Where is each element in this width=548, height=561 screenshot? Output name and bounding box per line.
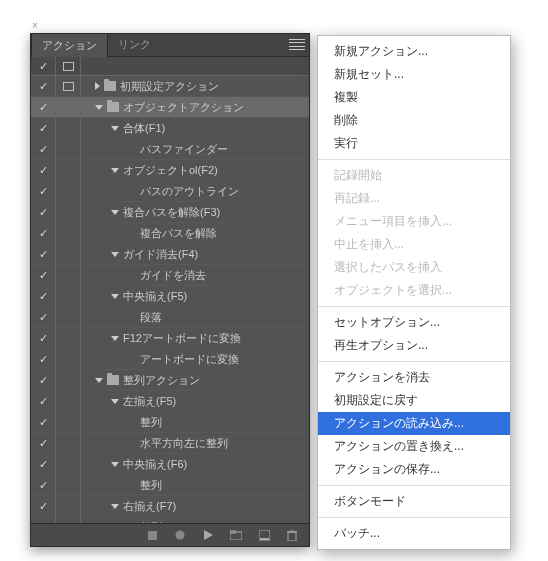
new-action-icon[interactable]: [257, 528, 271, 542]
menu-item[interactable]: 削除: [318, 109, 510, 132]
dialog-toggle[interactable]: [56, 118, 81, 138]
toggle-checkbox[interactable]: ✓: [31, 160, 56, 180]
tree-row[interactable]: ✓パスファインダー: [31, 139, 309, 160]
toggle-checkbox[interactable]: ✓: [31, 391, 56, 411]
tab-links[interactable]: リンク: [108, 33, 161, 56]
dialog-toggle[interactable]: [56, 433, 81, 453]
tree-row[interactable]: ✓整列アクション: [31, 370, 309, 391]
tree-row[interactable]: ✓ガイドを消去: [31, 265, 309, 286]
dialog-toggle[interactable]: [56, 76, 81, 96]
disclosure-triangle-icon[interactable]: [111, 504, 119, 509]
header-dialog-col[interactable]: [56, 57, 81, 75]
dialog-toggle[interactable]: [56, 496, 81, 516]
toggle-checkbox[interactable]: ✓: [31, 433, 56, 453]
tree-row[interactable]: ✓段落: [31, 307, 309, 328]
dialog-toggle[interactable]: [56, 307, 81, 327]
toggle-checkbox[interactable]: ✓: [31, 223, 56, 243]
tree-row[interactable]: ✓水平方向左に整列: [31, 433, 309, 454]
toggle-checkbox[interactable]: ✓: [31, 202, 56, 222]
panel-close[interactable]: ×: [32, 20, 38, 31]
toggle-checkbox[interactable]: ✓: [31, 265, 56, 285]
menu-item[interactable]: アクションの保存...: [318, 458, 510, 481]
tree-row[interactable]: ✓初期設定アクション: [31, 76, 309, 97]
panel-menu-icon[interactable]: [289, 38, 305, 51]
toggle-checkbox[interactable]: ✓: [31, 349, 56, 369]
disclosure-triangle-icon[interactable]: [95, 378, 103, 383]
header-toggle-col[interactable]: ✓: [31, 57, 56, 75]
disclosure-triangle-icon[interactable]: [95, 105, 103, 110]
new-set-icon[interactable]: [229, 528, 243, 542]
dialog-toggle[interactable]: [56, 160, 81, 180]
dialog-toggle[interactable]: [56, 202, 81, 222]
dialog-toggle[interactable]: [56, 97, 81, 117]
dialog-toggle[interactable]: [56, 370, 81, 390]
disclosure-triangle-icon[interactable]: [95, 82, 100, 90]
action-tree[interactable]: ✓初期設定アクション✓オブジェクトアクション✓合体(F1)✓パスファインダー✓オ…: [31, 76, 309, 526]
dialog-toggle[interactable]: [56, 181, 81, 201]
menu-item[interactable]: 新規アクション...: [318, 40, 510, 63]
disclosure-triangle-icon[interactable]: [111, 336, 119, 341]
dialog-toggle[interactable]: [56, 223, 81, 243]
disclosure-triangle-icon[interactable]: [111, 399, 119, 404]
toggle-checkbox[interactable]: ✓: [31, 76, 56, 96]
menu-item[interactable]: アクションの置き換え...: [318, 435, 510, 458]
dialog-toggle[interactable]: [56, 454, 81, 474]
menu-item[interactable]: 複製: [318, 86, 510, 109]
toggle-checkbox[interactable]: ✓: [31, 244, 56, 264]
trash-icon[interactable]: [285, 528, 299, 542]
record-icon[interactable]: [173, 528, 187, 542]
toggle-checkbox[interactable]: ✓: [31, 307, 56, 327]
tree-row[interactable]: ✓オブジェクトアクション: [31, 97, 309, 118]
disclosure-triangle-icon[interactable]: [111, 126, 119, 131]
menu-item[interactable]: 初期設定に戻す: [318, 389, 510, 412]
menu-item[interactable]: セットオプション...: [318, 311, 510, 334]
menu-item[interactable]: 実行: [318, 132, 510, 155]
tree-row[interactable]: ✓F12アートボードに変換: [31, 328, 309, 349]
menu-item[interactable]: ボタンモード: [318, 490, 510, 513]
tree-row[interactable]: ✓中央揃え(F5): [31, 286, 309, 307]
toggle-checkbox[interactable]: ✓: [31, 475, 56, 495]
dialog-toggle[interactable]: [56, 265, 81, 285]
tree-row[interactable]: ✓整列: [31, 475, 309, 496]
disclosure-triangle-icon[interactable]: [111, 252, 119, 257]
dialog-toggle[interactable]: [56, 139, 81, 159]
tree-row[interactable]: ✓左揃え(F5): [31, 391, 309, 412]
toggle-checkbox[interactable]: ✓: [31, 412, 56, 432]
disclosure-triangle-icon[interactable]: [111, 462, 119, 467]
dialog-toggle[interactable]: [56, 349, 81, 369]
disclosure-triangle-icon[interactable]: [111, 294, 119, 299]
toggle-checkbox[interactable]: ✓: [31, 496, 56, 516]
tree-row[interactable]: ✓合体(F1): [31, 118, 309, 139]
disclosure-triangle-icon[interactable]: [111, 210, 119, 215]
play-icon[interactable]: [201, 528, 215, 542]
tree-row[interactable]: ✓右揃え(F7): [31, 496, 309, 517]
tree-row[interactable]: ✓アートボードに変換: [31, 349, 309, 370]
dialog-toggle[interactable]: [56, 391, 81, 411]
disclosure-triangle-icon[interactable]: [111, 168, 119, 173]
menu-item[interactable]: バッチ...: [318, 522, 510, 545]
tab-actions[interactable]: アクション: [31, 33, 108, 57]
tree-row[interactable]: ✓ガイド消去(F4): [31, 244, 309, 265]
toggle-checkbox[interactable]: ✓: [31, 370, 56, 390]
tree-row[interactable]: ✓パスのアウトライン: [31, 181, 309, 202]
tree-row[interactable]: ✓複合パスを解除: [31, 223, 309, 244]
tree-row[interactable]: ✓中央揃え(F6): [31, 454, 309, 475]
dialog-toggle[interactable]: [56, 244, 81, 264]
menu-item[interactable]: 再生オプション...: [318, 334, 510, 357]
toggle-checkbox[interactable]: ✓: [31, 118, 56, 138]
toggle-checkbox[interactable]: ✓: [31, 328, 56, 348]
dialog-toggle[interactable]: [56, 328, 81, 348]
dialog-toggle[interactable]: [56, 475, 81, 495]
menu-item[interactable]: アクションの読み込み...: [318, 412, 510, 435]
toggle-checkbox[interactable]: ✓: [31, 97, 56, 117]
menu-item[interactable]: アクションを消去: [318, 366, 510, 389]
dialog-toggle[interactable]: [56, 412, 81, 432]
toggle-checkbox[interactable]: ✓: [31, 181, 56, 201]
stop-icon[interactable]: [145, 528, 159, 542]
toggle-checkbox[interactable]: ✓: [31, 286, 56, 306]
toggle-checkbox[interactable]: ✓: [31, 139, 56, 159]
tree-row[interactable]: ✓整列: [31, 412, 309, 433]
tree-row[interactable]: ✓オブジェクトol(F2): [31, 160, 309, 181]
tree-row[interactable]: ✓複合パスを解除(F3): [31, 202, 309, 223]
dialog-toggle[interactable]: [56, 286, 81, 306]
